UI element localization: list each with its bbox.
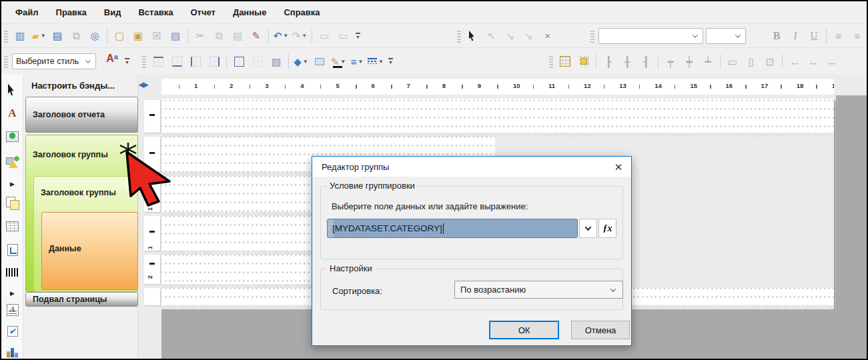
shapes-object-icon[interactable] (4, 153, 21, 170)
line-style-icon[interactable]: ▼ (367, 53, 384, 70)
toolbar-overflow-icon[interactable]: ▼ (354, 30, 362, 42)
fill-style-icon[interactable] (311, 53, 328, 70)
font-settings-icon[interactable]: Aa (103, 53, 121, 70)
horizontal-ruler: 12345678910111213141516171819 (161, 79, 834, 95)
center-in-band-icon[interactable]: ⊡ (761, 53, 779, 70)
font-family-combo[interactable] (598, 28, 704, 44)
expand-more-icon[interactable]: ▶ (4, 175, 21, 192)
subreport-object-icon[interactable] (4, 241, 21, 258)
configure-bands-button[interactable]: Настроить бэнды... (31, 81, 115, 91)
line-width-icon[interactable]: ≡▼ (348, 53, 366, 70)
decrease-space-icon[interactable]: ↔ (823, 53, 841, 70)
table-object-icon[interactable] (4, 218, 21, 235)
band-group-header-outer-label: Заголовок группы (26, 135, 137, 159)
preview-icon[interactable]: ◎ (86, 27, 103, 45)
pick-tool-icon[interactable]: ↖ (483, 27, 500, 45)
paste-icon[interactable]: ▤ (229, 27, 246, 45)
delete-selection-icon[interactable]: × (539, 27, 556, 45)
font-size-combo[interactable] (706, 28, 746, 44)
style-combo[interactable]: Выберите стиль (12, 53, 96, 69)
menu-help[interactable]: Справка (275, 1, 328, 23)
spacer (364, 35, 454, 36)
expression-dropdown-button[interactable] (579, 219, 597, 238)
menu-report[interactable]: Отчет (181, 1, 224, 23)
align-to-grid-icon[interactable] (575, 53, 592, 70)
redo-icon[interactable]: ↷▼ (291, 27, 308, 45)
border-settings-icon[interactable]: ▨ (268, 53, 285, 70)
copy-icon[interactable]: ⧉ (210, 27, 228, 45)
menu-data[interactable]: Данные (224, 1, 276, 23)
align-middle-icon[interactable]: ┿ (681, 53, 698, 70)
line-object-icon[interactable] (4, 355, 21, 360)
picture-object-icon[interactable] (4, 128, 21, 145)
align-center-icon[interactable]: ╂ (618, 53, 636, 70)
menu-insert[interactable]: Вставка (129, 1, 181, 23)
expand-more-icon[interactable]: ▶ (4, 285, 21, 301)
page-settings-icon[interactable]: ▨ (167, 27, 184, 45)
align-left-icon[interactable]: ┠ (600, 53, 617, 70)
snap-to-grid-icon[interactable] (556, 53, 574, 70)
same-height-icon[interactable]: ▯ (743, 53, 760, 70)
select-cursor-icon[interactable] (4, 81, 21, 98)
align-text-justify-icon[interactable]: ≡ (849, 27, 866, 45)
align-right-icon[interactable]: ┨ (637, 53, 655, 70)
delete-page-icon[interactable]: ☒ (148, 27, 165, 45)
new-dialog-page-icon[interactable]: ▣ (129, 27, 147, 45)
richtext-object-icon[interactable]: A (4, 301, 21, 318)
border-bottom-icon[interactable] (168, 53, 185, 70)
italic-icon[interactable]: I (787, 27, 804, 45)
vertical-ruler-segment (144, 137, 160, 172)
band-report-title-label: Заголовок отчета (26, 97, 137, 119)
new-report-icon[interactable]: ▥ (11, 27, 29, 45)
ok-button[interactable]: ОК (489, 321, 559, 339)
diagonal-line-tool-icon[interactable]: ↘ (520, 27, 538, 45)
undo-icon[interactable]: ↶▼ (272, 27, 290, 45)
underline-icon[interactable]: U (805, 27, 823, 45)
band-report-title[interactable]: Заголовок отчета (25, 97, 138, 133)
menu-edit[interactable]: Правка (47, 1, 95, 23)
cut-icon[interactable]: ✂ (191, 27, 209, 45)
same-width-icon[interactable]: ▭ (724, 53, 741, 70)
ruler-tick (179, 85, 180, 89)
expression-input[interactable]: [MYDATASET.CATEGORY] (327, 219, 578, 238)
cancel-button[interactable]: Отмена (571, 321, 630, 339)
bold-icon[interactable]: B (768, 27, 785, 45)
open-report-icon[interactable]: ▰▼ (30, 27, 47, 45)
space-equally-icon[interactable]: ↔ (786, 53, 803, 70)
sidebar-splitter-icon[interactable]: ◀|▶ (139, 81, 147, 88)
barcode-object-icon[interactable] (4, 264, 21, 281)
copy-page-icon[interactable]: ⧉ (67, 27, 85, 45)
border-top-icon[interactable] (149, 53, 167, 70)
sort-select[interactable]: По возрастанию (454, 281, 623, 299)
border-none-icon[interactable] (249, 53, 266, 70)
select-tool-icon[interactable] (464, 27, 482, 45)
line-tool-icon[interactable]: ↘ (502, 27, 519, 45)
clone-object-icon[interactable] (4, 195, 21, 211)
group-icon[interactable]: ▭ (316, 27, 333, 45)
text-object-icon[interactable]: A (4, 105, 21, 121)
line-color-icon[interactable]: ✎▼ (330, 53, 347, 70)
save-report-icon[interactable]: ▤ (49, 27, 66, 45)
border-right-icon[interactable] (205, 53, 223, 70)
menu-file[interactable]: Файл (7, 1, 47, 23)
fill-color-icon[interactable]: ◆▼ (292, 53, 310, 70)
new-page-icon[interactable]: ▢ (111, 27, 128, 45)
menu-view[interactable]: Вид (95, 1, 130, 23)
border-all-icon[interactable] (230, 53, 248, 70)
checkbox-object-icon[interactable]: ✔ (4, 323, 21, 339)
expression-fx-button[interactable]: ƒx (598, 219, 616, 238)
ungroup-icon[interactable]: ▭ (334, 27, 352, 45)
band-page-footer[interactable]: Подвал страницы (25, 292, 138, 307)
close-icon[interactable]: ✕ (611, 160, 626, 174)
align-bottom-icon[interactable]: ┷ (699, 53, 717, 70)
band-data[interactable]: Данные (41, 212, 138, 290)
ruler-tick (250, 85, 251, 89)
align-text-left-icon[interactable]: ≡ (830, 27, 847, 45)
format-painter-icon[interactable]: ✎ (248, 27, 265, 45)
increase-space-icon[interactable]: ↔ (805, 53, 822, 70)
toolbar-overflow-icon[interactable]: ▼ (386, 55, 395, 67)
toolbar-overflow-icon[interactable]: ▼ (123, 55, 131, 67)
align-top-icon[interactable]: ┯ (662, 53, 679, 70)
border-left-icon[interactable] (187, 53, 204, 70)
settings-legend: Настройки (327, 263, 375, 273)
